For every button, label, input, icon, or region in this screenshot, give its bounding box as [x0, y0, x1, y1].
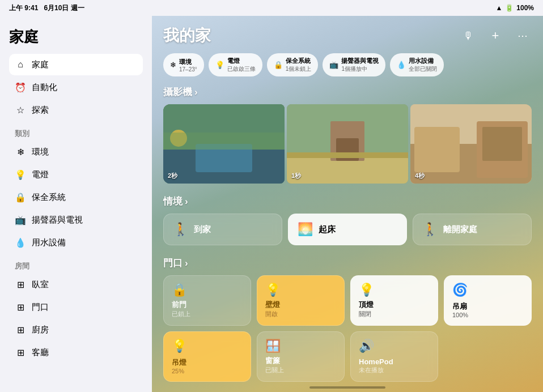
- sidebar-item-security[interactable]: 🔒 保全系統: [9, 186, 143, 208]
- camera-thumb-1[interactable]: 2秒: [163, 104, 285, 184]
- page-title: 我的家: [163, 25, 211, 46]
- device-pendantlight-icon: 💡: [172, 339, 243, 353]
- more-icon: ⋯: [517, 29, 528, 42]
- pill-security[interactable]: 🔒 保全系統 1個未鎖上: [267, 53, 319, 76]
- room-icon-entrance: ⊞: [15, 301, 26, 313]
- waveform-button[interactable]: 🎙: [459, 27, 477, 45]
- category-pills: ❄ 環境 17–23° 💡 電燈 已啟啟三條 🔒 保全: [163, 53, 532, 76]
- scenario-leave[interactable]: 🚶 離開家庭: [413, 214, 532, 245]
- tv-icon: 📺: [15, 214, 26, 225]
- scenario-leave-icon: 🚶: [422, 222, 438, 237]
- room-icon-kitchen: ⊞: [15, 324, 26, 335]
- pill-light-icon: 💡: [215, 61, 224, 69]
- svg-rect-12: [414, 127, 460, 172]
- lock-icon: 🔒: [15, 191, 26, 203]
- more-button[interactable]: ⋯: [514, 27, 532, 45]
- room-section-title: 房間: [9, 254, 143, 274]
- status-time: 上午 9:41 6月10日 週一: [9, 3, 84, 13]
- sidebar-item-home[interactable]: ⌂ 家庭: [9, 54, 143, 75]
- camera-thumb-2[interactable]: 1秒: [287, 104, 408, 184]
- home-icon: ⌂: [15, 59, 26, 70]
- pill-water-icon: 💧: [397, 61, 406, 69]
- device-frontdoor[interactable]: 🔒 前門 已鎖上: [163, 275, 251, 326]
- topbar-icons: 🎙 + ⋯: [459, 27, 532, 45]
- category-section-title: 類別: [9, 122, 143, 141]
- device-wallight[interactable]: 💡 壁燈 開啟: [257, 275, 345, 326]
- sidebar-item-tvspeaker[interactable]: 📺 揚聲器與電視: [9, 209, 143, 231]
- status-bar: 上午 9:41 6月10日 週一 ▲ 🔋 100%: [0, 0, 543, 16]
- scenario-wakeup-icon: 🌅: [298, 222, 313, 237]
- svg-rect-9: [287, 152, 408, 158]
- pill-climate[interactable]: ❄ 環境 17–23°: [163, 53, 204, 76]
- device-fan-icon: 🌀: [452, 283, 523, 297]
- clock-icon: ⏰: [15, 82, 26, 93]
- add-icon: +: [492, 28, 499, 43]
- device-pendantlight[interactable]: 💡 吊燈 25%: [163, 331, 251, 382]
- pill-light[interactable]: 💡 電燈 已啟啟三條: [209, 53, 262, 76]
- camera-strip: 2秒 1秒: [163, 104, 532, 184]
- door-chevron-icon: ›: [185, 258, 188, 269]
- camera-label-3: 4秒: [415, 172, 425, 180]
- door-section-header[interactable]: 門口 ›: [163, 257, 532, 270]
- scenario-section-header[interactable]: 情境 ›: [163, 195, 532, 208]
- camera-chevron-icon: ›: [194, 87, 198, 98]
- status-icons: ▲ 🔋 100%: [495, 4, 534, 12]
- star-icon: ☆: [15, 104, 26, 116]
- sidebar-item-water[interactable]: 💧 用水設備: [9, 232, 143, 253]
- device-frontdoor-icon: 🔒: [172, 283, 243, 297]
- scenario-arrive[interactable]: 🚶 到家: [163, 214, 282, 245]
- device-blinds[interactable]: 🪟 窗簾 已關上: [257, 331, 345, 382]
- pill-tv[interactable]: 📺 揚聲器與電視 1個播放中: [323, 53, 385, 76]
- content-topbar: 我的家 🎙 + ⋯: [163, 25, 532, 46]
- sidebar-item-living[interactable]: ⊞ 客廳: [9, 342, 143, 363]
- device-fan[interactable]: 🌀 吊扇 100%: [444, 275, 532, 326]
- scenario-chevron-icon: ›: [185, 196, 188, 207]
- pill-security-icon: 🔒: [274, 61, 283, 69]
- water-icon: 💧: [15, 237, 26, 248]
- camera-label-1: 2秒: [168, 172, 177, 180]
- pill-climate-icon: ❄: [170, 61, 176, 69]
- sidebar-item-automation[interactable]: ⏰ 自動化: [9, 76, 143, 98]
- device-toplight-icon: 💡: [359, 283, 430, 297]
- device-homepod[interactable]: 🔊 HomePod 未在播放: [350, 331, 438, 382]
- main-layout: 家庭 ⌂ 家庭 ⏰ 自動化 ☆ 探索 類別 ❄ 環境 💡 電燈 🔒 保全系統: [0, 16, 543, 392]
- svg-rect-14: [482, 127, 522, 161]
- scenario-wakeup[interactable]: 🌅 起床: [288, 214, 407, 245]
- sidebar-item-lighting[interactable]: 💡 電燈: [9, 164, 143, 185]
- light-icon: 💡: [15, 169, 26, 180]
- device-wallight-icon: 💡: [265, 283, 336, 297]
- content-scroll: 我的家 🎙 + ⋯ ❄ 環境: [152, 16, 543, 392]
- waveform-icon: 🎙: [463, 30, 473, 42]
- sidebar-item-bedroom[interactable]: ⊞ 臥室: [9, 274, 143, 295]
- sidebar-item-kitchen[interactable]: ⊞ 廚房: [9, 319, 143, 340]
- room-icon-living: ⊞: [15, 347, 26, 358]
- camera-thumb-3[interactable]: 4秒: [410, 104, 532, 184]
- device-blinds-icon: 🪟: [265, 339, 336, 353]
- scenario-arrive-icon: 🚶: [173, 222, 188, 237]
- pill-tv-icon: 📺: [329, 61, 338, 69]
- climate-icon: ❄: [15, 146, 26, 157]
- home-indicator: [309, 386, 385, 389]
- device-grid: 🔒 前門 已鎖上 💡 壁燈 開啟 💡 頂燈: [163, 275, 532, 382]
- device-homepod-icon: 🔊: [359, 339, 430, 353]
- pill-water[interactable]: 💧 用水設備 全部已關閉: [390, 53, 444, 76]
- wifi-icon: ▲: [495, 4, 502, 12]
- device-toplight[interactable]: 💡 頂燈 關閉: [350, 275, 438, 326]
- scenarios-row: 🚶 到家 🌅 起床 🚶 離開家庭: [163, 214, 532, 245]
- svg-rect-4: [163, 133, 285, 150]
- sidebar: 家庭 ⌂ 家庭 ⏰ 自動化 ☆ 探索 類別 ❄ 環境 💡 電燈 🔒 保全系統: [0, 16, 152, 392]
- camera-label-2: 1秒: [291, 172, 301, 180]
- add-button[interactable]: +: [486, 27, 504, 45]
- sidebar-item-explore[interactable]: ☆ 探索: [9, 99, 143, 121]
- sidebar-title: 家庭: [9, 27, 143, 47]
- room-icon-bedroom: ⊞: [15, 279, 26, 290]
- camera-section-header[interactable]: 攝影機 ›: [163, 86, 532, 99]
- sidebar-item-climate[interactable]: ❄ 環境: [9, 141, 143, 163]
- battery-icon: 🔋: [505, 4, 514, 12]
- content-area: 我的家 🎙 + ⋯ ❄ 環境: [152, 16, 543, 392]
- sidebar-item-entrance[interactable]: ⊞ 門口: [9, 296, 143, 318]
